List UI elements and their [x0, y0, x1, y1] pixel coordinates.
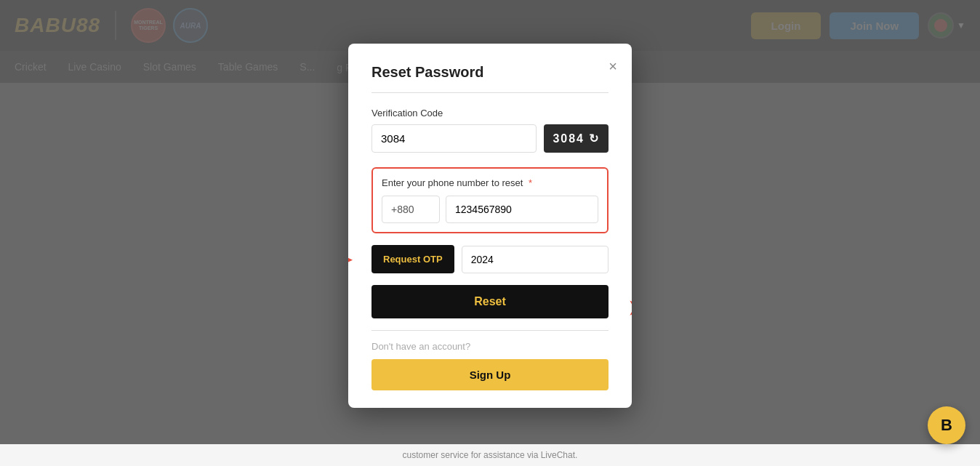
verification-code-input[interactable] [371, 124, 537, 153]
reset-button[interactable]: Reset [371, 285, 609, 318]
phone-country-code-input[interactable] [382, 196, 440, 223]
required-mark: * [529, 177, 532, 188]
modal-bottom-divider [371, 330, 609, 331]
modal-top-divider [371, 92, 609, 93]
verification-row: 3084 ↻ [371, 124, 609, 153]
chat-button[interactable]: B [928, 406, 965, 444]
phone-section: Enter your phone number to reset * [371, 167, 609, 233]
phone-section-label: Enter your phone number to reset * [382, 177, 598, 188]
captcha-text: 3084 [553, 132, 585, 145]
otp-row-wrapper: ➤ Request OTP [371, 245, 609, 273]
captcha-box[interactable]: 3084 ↻ [544, 124, 609, 153]
request-otp-button[interactable]: Request OTP [371, 245, 454, 273]
no-account-text: Don't have an account? [371, 341, 609, 352]
modal-title: Reset Password [371, 64, 609, 81]
reset-password-modal: Reset Password × Verification Code 3084 … [348, 44, 632, 408]
phone-number-input[interactable] [446, 196, 598, 223]
modal-backdrop: Reset Password × Verification Code 3084 … [0, 0, 980, 466]
verification-code-label: Verification Code [371, 108, 609, 118]
refresh-icon[interactable]: ↻ [589, 132, 600, 145]
signup-button[interactable]: Sign Up [371, 359, 609, 390]
bottom-notice: customer service for assistance via Live… [0, 444, 980, 466]
modal-close-button[interactable]: × [609, 58, 617, 75]
otp-row: Request OTP [371, 245, 609, 273]
otp-input[interactable] [462, 246, 609, 273]
arrow-left-icon: ➤ [348, 247, 352, 271]
reset-row-wrapper: ➤ Reset [371, 285, 609, 330]
arrow-right-icon: ➤ [628, 296, 632, 320]
phone-row [382, 196, 598, 223]
